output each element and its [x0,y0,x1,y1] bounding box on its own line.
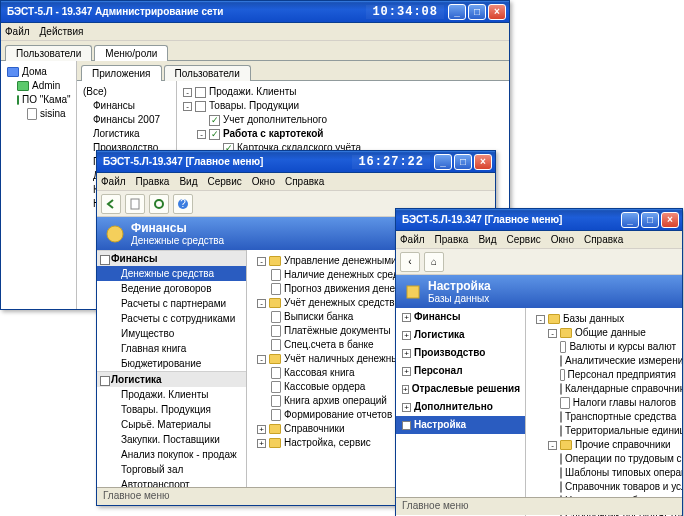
nav-item[interactable]: Расчеты с сотрудниками [97,311,246,326]
nav-item[interactable]: Закупки. Поставщики [97,432,246,447]
help-button[interactable]: ? [173,194,193,214]
tree-node[interactable]: -Общие данные [532,326,676,340]
tree-node[interactable]: Дома [7,65,70,79]
nav-group[interactable]: Логистика [97,371,246,387]
expand-icon[interactable]: + [402,367,411,376]
menu-item[interactable]: Сервис [506,234,540,245]
new-button[interactable] [125,194,145,214]
expand-icon[interactable]: - [536,315,545,324]
nav-item[interactable]: +Дополнительно [396,398,525,416]
nav-item[interactable]: Имущество [97,326,246,341]
tree-node[interactable]: -Базы данных [532,312,676,326]
tree-node[interactable]: sisina [7,107,70,121]
expand-icon[interactable]: - [257,257,266,266]
tree-node[interactable]: Территориальные единицы [532,424,676,438]
menu-item[interactable]: Файл [400,234,425,245]
nav-item[interactable]: Денежные средства [97,266,246,281]
maximize-button[interactable]: □ [641,212,659,228]
home-button[interactable]: ⌂ [424,252,444,272]
expand-icon[interactable]: + [402,403,411,412]
tree-node[interactable]: ПО "Кама" [7,93,70,107]
checkbox[interactable] [195,87,206,98]
tree-node[interactable]: Аналитические измерения [532,354,676,368]
menu-item[interactable]: Вид [478,234,496,245]
nav-item[interactable]: +Отраслевые решения [396,380,525,398]
expand-icon[interactable]: + [402,313,411,322]
nav-item[interactable]: Главная книга [97,341,246,356]
checkbox[interactable]: ✓ [209,129,220,140]
expand-icon[interactable]: - [257,355,266,364]
nav-item[interactable]: Ведение договоров [97,281,246,296]
minimize-button[interactable]: _ [448,4,466,20]
titlebar[interactable]: БЭСТ-5.Л-19.347 [Главное меню] 16:27:22 … [97,151,495,173]
perm-node[interactable]: -Продажи. Клиенты [183,85,503,99]
inner-tab-users[interactable]: Пользователи [164,65,251,81]
tree-node[interactable]: Операции по трудовым справочникам [532,452,676,466]
tree-node[interactable]: Персонал предприятия [532,368,676,382]
menu-item[interactable]: Файл [5,26,30,37]
tree-node[interactable]: Налоги главы налогов [532,396,676,410]
expand-icon[interactable]: + [402,385,409,394]
nav-item[interactable]: Расчеты с партнерами [97,296,246,311]
expand-icon[interactable]: + [257,439,266,448]
module-item[interactable]: Логистика [83,127,170,141]
tree-node[interactable]: Справочник товаров и услуг ОКДП [532,480,676,494]
expand-icon[interactable]: - [548,329,557,338]
nav-item[interactable]: Товары. Продукция [97,402,246,417]
nav-item[interactable]: +Финансы [396,308,525,326]
user-tree[interactable]: ДомаAdminПО "Кама"sisina [1,61,77,309]
module-item[interactable]: Финансы 2007 [83,113,170,127]
back-button[interactable]: ‹ [400,252,420,272]
close-button[interactable]: × [474,154,492,170]
tree-node[interactable]: Календарные справочники [532,382,676,396]
menu-item[interactable]: Файл [101,176,126,187]
maximize-button[interactable]: □ [468,4,486,20]
expand-icon[interactable]: + [402,349,411,358]
checkbox[interactable] [195,101,206,112]
settings-tree[interactable]: -Базы данных-Общие данныеВалюты и курсы … [526,308,682,516]
perm-node[interactable]: -✓Работа с картотекой [183,127,503,141]
menu-item[interactable]: Окно [551,234,574,245]
inner-tab-apps[interactable]: Приложения [81,65,162,81]
maximize-button[interactable]: □ [454,154,472,170]
menu-item[interactable]: Справка [285,176,324,187]
refresh-button[interactable] [149,194,169,214]
nav-item[interactable]: Сырьё. Материалы [97,417,246,432]
close-button[interactable]: × [488,4,506,20]
tree-node[interactable]: Валюты и курсы валют [532,340,676,354]
tab-users[interactable]: Пользователи [5,45,92,61]
tree-node[interactable]: Шаблоны типовых операций [532,466,676,480]
expand-icon[interactable]: - [183,88,192,97]
expand-icon[interactable]: - [183,102,192,111]
expand-icon[interactable]: - [548,441,557,450]
perm-node[interactable]: ✓Учет дополнительного [183,113,503,127]
expand-icon[interactable]: + [257,425,266,434]
nav-item[interactable]: Продажи. Клиенты [97,387,246,402]
menu-item[interactable]: Сервис [207,176,241,187]
menu-item[interactable]: Правка [136,176,170,187]
nav-panel[interactable]: +Финансы+Логистика+Производство+Персонал… [396,308,526,516]
titlebar[interactable]: БЭСТ-5.Л - 19.347 Администрирование сети… [1,1,509,23]
menu-item[interactable]: Вид [179,176,197,187]
tree-node[interactable]: -Прочие справочники [532,438,676,452]
module-item[interactable]: Финансы [83,99,170,113]
tree-node[interactable]: Admin [7,79,70,93]
expand-icon[interactable]: - [197,130,206,139]
tree-node[interactable]: Транспортные средства [532,410,676,424]
minimize-button[interactable]: _ [434,154,452,170]
menu-item[interactable]: Справка [584,234,623,245]
minimize-button[interactable]: _ [621,212,639,228]
nav-item[interactable]: +Производство [396,344,525,362]
expand-icon[interactable]: - [257,299,266,308]
nav-item[interactable]: +Логистика [396,326,525,344]
menu-item[interactable]: Окно [252,176,275,187]
nav-item[interactable]: Бюджетирование [97,356,246,371]
titlebar[interactable]: БЭСТ-5.Л-19.347 [Главное меню] _ □ × [396,209,682,231]
perm-node[interactable]: -Товары. Продукции [183,99,503,113]
checkbox[interactable]: ✓ [209,115,220,126]
expand-icon[interactable]: + [402,331,411,340]
tab-menu-roles[interactable]: Меню/роли [94,45,168,61]
nav-panel[interactable]: ФинансыДенежные средстваВедение договоро… [97,250,247,488]
nav-item[interactable]: Торговый зал [97,462,246,477]
menu-item[interactable]: Правка [435,234,469,245]
